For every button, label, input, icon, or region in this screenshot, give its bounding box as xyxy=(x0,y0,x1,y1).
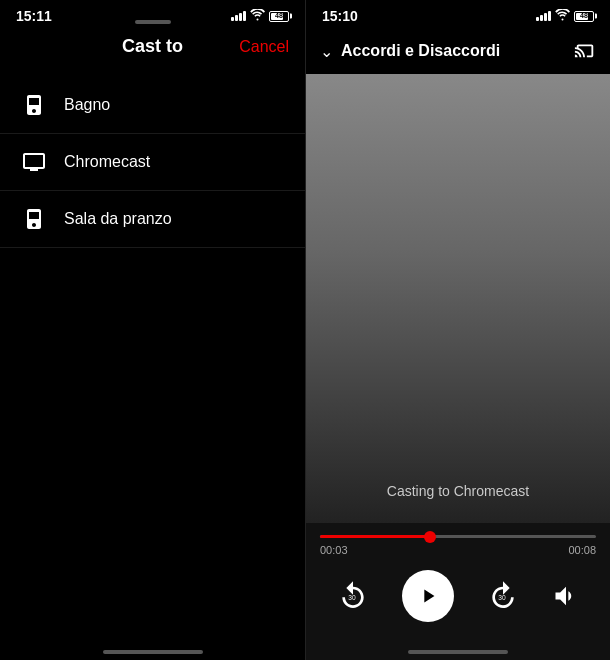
controls-row: 30 30 xyxy=(320,566,596,636)
casting-label: Casting to Chromecast xyxy=(387,483,529,499)
forward-30-button[interactable]: 30 xyxy=(487,580,519,612)
svg-text:30: 30 xyxy=(348,594,356,601)
right-panel: 15:10 48 ⌄ Accordi e Disaccordi xyxy=(305,0,610,660)
right-status-icons: 48 xyxy=(536,9,594,24)
total-time: 00:08 xyxy=(568,544,596,556)
progress-thumb xyxy=(424,531,436,543)
player-controls: 00:03 00:08 30 30 xyxy=(306,523,610,636)
right-status-bar: 15:10 48 xyxy=(306,0,610,28)
device-item-bagno[interactable]: Bagno xyxy=(0,77,305,134)
drag-handle xyxy=(135,20,171,24)
progress-fill xyxy=(320,535,430,538)
device-name-bagno: Bagno xyxy=(64,96,110,114)
device-name-chromecast: Chromecast xyxy=(64,153,150,171)
time-row: 00:03 00:08 xyxy=(320,544,596,556)
left-time: 15:11 xyxy=(16,8,52,24)
play-button[interactable] xyxy=(402,570,454,622)
tv-icon xyxy=(20,148,48,176)
device-name-sala-da-pranzo: Sala da pranzo xyxy=(64,210,172,228)
progress-bar-container xyxy=(320,535,596,544)
album-art: Casting to Chromecast xyxy=(306,74,610,523)
speaker-icon xyxy=(20,91,48,119)
cancel-button[interactable]: Cancel xyxy=(239,38,289,56)
device-item-sala-da-pranzo[interactable]: Sala da pranzo xyxy=(0,191,305,248)
right-header: ⌄ Accordi e Disaccordi xyxy=(306,28,610,74)
cast-button[interactable] xyxy=(574,38,596,64)
right-signal-icon xyxy=(536,11,551,21)
signal-icon xyxy=(231,11,246,21)
left-panel: 15:11 48 Cast to Cancel xyxy=(0,0,305,660)
rewind-30-button[interactable]: 30 xyxy=(337,580,369,612)
left-header: Cast to Cancel xyxy=(0,28,305,69)
device-item-chromecast[interactable]: Chromecast xyxy=(0,134,305,191)
right-wifi-icon xyxy=(555,9,570,24)
wifi-icon xyxy=(250,9,265,24)
battery-icon: 48 xyxy=(269,11,289,22)
right-home-indicator xyxy=(408,650,508,654)
device-list: Bagno Chromecast Sala da pranzo xyxy=(0,69,305,636)
svg-text:30: 30 xyxy=(498,594,506,601)
volume-button[interactable] xyxy=(552,582,580,610)
current-time: 00:03 xyxy=(320,544,348,556)
right-battery-icon: 48 xyxy=(574,11,594,22)
left-bottom-bar xyxy=(0,636,305,660)
cast-title: Cast to xyxy=(122,36,183,57)
home-indicator xyxy=(103,650,203,654)
speaker-icon-2 xyxy=(20,205,48,233)
progress-track[interactable] xyxy=(320,535,596,538)
right-bottom-bar xyxy=(306,636,610,660)
song-title: Accordi e Disaccordi xyxy=(341,42,566,60)
right-time: 15:10 xyxy=(322,8,358,24)
chevron-down-icon[interactable]: ⌄ xyxy=(320,42,333,61)
left-status-icons: 48 xyxy=(231,9,289,24)
